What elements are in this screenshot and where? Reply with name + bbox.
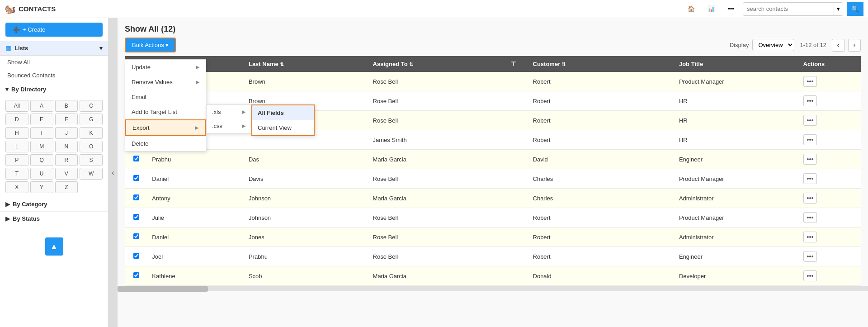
- col-header-4: ⊤: [506, 56, 528, 72]
- alpha-btn-k[interactable]: K: [80, 127, 103, 139]
- chart-icon[interactable]: 📊: [703, 1, 719, 17]
- alpha-btn-s[interactable]: S: [80, 154, 103, 166]
- row-checkbox[interactable]: [133, 253, 139, 259]
- bulk-menu-item-export[interactable]: Export▶: [125, 119, 206, 136]
- row-checkbox[interactable]: [133, 233, 139, 239]
- alpha-btn-z[interactable]: Z: [55, 181, 78, 193]
- sidebar-item-show-all[interactable]: Show All: [0, 56, 108, 69]
- row-checkbox[interactable]: [133, 214, 139, 220]
- row-checkbox[interactable]: [133, 156, 139, 161]
- alpha-btn-j[interactable]: J: [55, 127, 78, 139]
- logo-icon: 🐿️: [5, 4, 16, 14]
- bulk-menu-item-email[interactable]: Email: [125, 90, 206, 104]
- sidebar-item-bounced[interactable]: Bounced Contacts: [0, 69, 108, 82]
- alpha-btn-w[interactable]: W: [80, 168, 103, 180]
- by-status-header[interactable]: ▶ By Status: [0, 211, 108, 226]
- alpha-btn-a[interactable]: A: [30, 100, 53, 112]
- alpha-btn-v[interactable]: V: [55, 168, 78, 180]
- alpha-btn-m[interactable]: M: [30, 141, 53, 152]
- by-directory-header[interactable]: ▾ By Directory: [0, 82, 108, 96]
- row-checkbox-cell[interactable]: [125, 247, 147, 266]
- alpha-btn-t[interactable]: T: [5, 168, 28, 180]
- row-checkbox-cell[interactable]: [125, 208, 147, 227]
- cell-1: Jones: [244, 227, 368, 247]
- row-action-btn[interactable]: •••: [803, 251, 817, 262]
- row-action-btn[interactable]: •••: [803, 76, 817, 87]
- search-submit-btn[interactable]: 🔍: [847, 2, 863, 16]
- row-action-btn[interactable]: •••: [803, 173, 817, 184]
- row-action-btn[interactable]: •••: [803, 270, 817, 281]
- row-checkbox-cell[interactable]: [125, 150, 147, 169]
- row-checkbox-cell[interactable]: [125, 266, 147, 286]
- export-label-1: .csv: [212, 123, 222, 129]
- cell-6: Product Manager: [675, 208, 799, 227]
- alpha-btn-all[interactable]: All: [5, 100, 28, 112]
- alpha-btn-y[interactable]: Y: [30, 181, 53, 193]
- row-action-btn[interactable]: •••: [803, 115, 817, 126]
- row-action-btn[interactable]: •••: [803, 232, 817, 242]
- row-action-btn[interactable]: •••: [803, 134, 817, 145]
- by-category-header[interactable]: ▶ By Category: [0, 197, 108, 211]
- alpha-btn-f[interactable]: F: [55, 114, 78, 125]
- horizontal-scrollbar[interactable]: [118, 286, 868, 291]
- alpha-btn-p[interactable]: P: [5, 154, 28, 166]
- cell-1: Scob: [244, 266, 368, 286]
- scroll-thumb[interactable]: [118, 286, 208, 292]
- sidebar-collapse-btn[interactable]: ‹: [108, 18, 118, 327]
- bulk-actions-button[interactable]: Bulk Actions ▾: [125, 38, 176, 52]
- row-action-btn[interactable]: •••: [803, 193, 817, 204]
- cell-4: David: [528, 150, 653, 169]
- alpha-btn-e[interactable]: E: [30, 114, 53, 125]
- more-icon[interactable]: •••: [723, 1, 739, 17]
- alpha-btn-b[interactable]: B: [55, 100, 78, 112]
- alpha-btn-g[interactable]: G: [80, 114, 103, 125]
- submenu-arrow-icon: ▶: [195, 125, 198, 131]
- col-header-5[interactable]: Customer: [528, 56, 653, 72]
- bulk-menu-item-remove-values[interactable]: Remove Values▶: [125, 75, 206, 90]
- pagination-next-btn[interactable]: ›: [848, 39, 861, 52]
- bulk-menu-item-delete[interactable]: Delete: [125, 136, 206, 151]
- row-checkbox-cell[interactable]: [125, 189, 147, 208]
- row-checkbox[interactable]: [133, 175, 139, 181]
- lists-chevron-icon: ▾: [99, 45, 103, 52]
- fields-option-all-fields[interactable]: All Fields: [252, 105, 314, 120]
- alpha-btn-x[interactable]: X: [5, 181, 28, 193]
- search-dropdown-btn[interactable]: ▾: [834, 3, 843, 15]
- export-option-.xls[interactable]: .xls▶: [207, 105, 251, 119]
- row-action-btn[interactable]: •••: [803, 95, 817, 106]
- lists-header[interactable]: ▦ Lists ▾: [0, 41, 108, 56]
- alpha-btn-i[interactable]: I: [30, 127, 53, 139]
- col-header-3[interactable]: Assigned To: [368, 56, 506, 72]
- display-select[interactable]: Overview: [752, 39, 794, 51]
- fields-option-current-view[interactable]: Current View: [252, 120, 314, 135]
- alpha-btn-c[interactable]: C: [80, 100, 103, 112]
- alpha-btn-h[interactable]: H: [5, 127, 28, 139]
- home-icon[interactable]: 🏠: [683, 1, 699, 17]
- row-checkbox[interactable]: [133, 194, 139, 200]
- bulk-menu-item-update[interactable]: Update▶: [125, 60, 206, 75]
- search-input[interactable]: [743, 5, 834, 12]
- alpha-btn-l[interactable]: L: [5, 141, 28, 152]
- alpha-btn-d[interactable]: D: [5, 114, 28, 125]
- create-label: + Create: [23, 26, 45, 33]
- scroll-up-btn[interactable]: ▲: [45, 237, 63, 256]
- col-header-2[interactable]: Last Name: [244, 56, 368, 72]
- action-cell: •••: [799, 227, 861, 247]
- cell-6: Product Manager: [675, 169, 799, 189]
- row-checkbox-cell[interactable]: [125, 169, 147, 189]
- alpha-btn-r[interactable]: R: [55, 154, 78, 166]
- export-option-.csv[interactable]: .csv▶: [207, 119, 251, 133]
- create-button[interactable]: ➕ + Create: [5, 23, 103, 37]
- row-checkbox-cell[interactable]: [125, 227, 147, 247]
- row-action-btn[interactable]: •••: [803, 212, 817, 223]
- alpha-btn-q[interactable]: Q: [30, 154, 53, 166]
- table-row: AntonyJohnsonMaria GarciaCharlesAdminist…: [125, 189, 861, 208]
- row-action-btn[interactable]: •••: [803, 154, 817, 165]
- alpha-btn-n[interactable]: N: [55, 141, 78, 152]
- row-checkbox[interactable]: [133, 272, 139, 278]
- alpha-btn-o[interactable]: O: [80, 141, 103, 152]
- bulk-menu-item-add-to-target-list[interactable]: Add to Target List: [125, 104, 206, 119]
- pagination-prev-btn[interactable]: ‹: [832, 39, 844, 52]
- alpha-btn-u[interactable]: U: [30, 168, 53, 180]
- submenu-arrow-icon: ▶: [196, 79, 199, 85]
